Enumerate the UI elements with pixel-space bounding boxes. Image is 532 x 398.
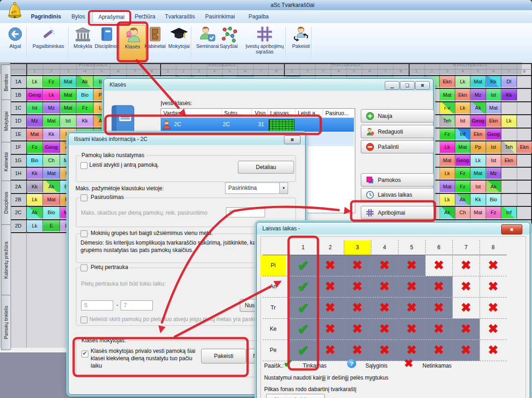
column-header-laisvas[interactable]: Laisvas... [268,109,295,118]
neleisti-checkbox[interactable] [81,316,87,323]
cross-icon[interactable]: ✖ [317,318,344,339]
lesson-cell-ch[interactable]: Ch [456,207,471,218]
cross-icon[interactable]: ✖ [371,339,398,361]
lesson-cell-mz[interactable]: Mz [486,168,502,179]
lesson-cell-bio[interactable]: Bio [77,89,93,100]
close-icon[interactable]: ✖ [284,135,301,144]
cross-icon[interactable]: ✖ [425,297,452,318]
cross-icon[interactable]: ✖ [425,339,452,361]
sidebar-tab-disciplinos[interactable]: Disciplinos [1,181,11,225]
lesson-cell-teh[interactable]: Teh [502,141,517,152]
check-icon[interactable]: ✔ [289,255,317,276]
column-header-vardas[interactable]: Vardas [161,109,222,118]
column-header-sutru[interactable]: Sutru... [222,109,252,118]
lesson-cell-ch[interactable]: Ch [43,155,59,166]
lesson-cell-lk[interactable]: Lk [27,194,43,205]
lesson-cell-kk[interactable]: Kk [502,89,517,100]
button-laisvas-laikas[interactable]: Laisvas laikas [361,188,434,201]
sidebar-tab-mokytojai[interactable]: Mokytojai [1,100,11,143]
lesson-cell-mat[interactable]: Mat [486,102,502,113]
cross-icon[interactable]: ✖ [317,339,344,361]
cross-icon[interactable]: ✖ [371,318,398,339]
pakeisti-button[interactable]: Pakeisti [201,349,246,363]
lesson-cell-mz[interactable]: Mz [43,102,59,113]
button-apribojimai[interactable]: Apribojimai [361,206,434,219]
lesson-cell-ak[interactable]: Ak [471,102,486,113]
menu-tab-tvarkaraštis[interactable]: Tvarkaraštis [161,12,199,22]
issami-dialog-titlebar[interactable]: Išsami klasės informacija - 2C [69,133,305,145]
check-icon[interactable]: ✔ [289,297,317,318]
grid-row-label-an[interactable]: An [260,276,286,297]
lesson-cell-mat[interactable]: Mat [60,102,76,113]
toolbar-button-disciplinos[interactable]: Disciplinos [92,25,121,60]
lesson-cell-ist[interactable]: Ist [60,115,76,126]
klases-dialog-titlebar[interactable]: Klasės [104,79,433,91]
grid-col-header-7[interactable]: 7 [452,240,480,255]
column-header-leistia[interactable]: Leisti a... [295,109,323,118]
lesson-cell-lk[interactable]: Lk [440,141,455,152]
lesson-cell-ist[interactable]: Ist [486,89,502,100]
lesson-cell-e[interactable]: E [43,220,59,231]
lesson-cell-ekn[interactable]: Ekn [471,129,486,140]
cross-icon[interactable]: ✖ [398,255,425,276]
check-icon[interactable]: ✔ [289,339,317,361]
lesson-cell-ekn[interactable]: Ekn [517,141,532,152]
lesson-cell-lk[interactable]: Lk [456,76,471,87]
grid-row-label-tr[interactable]: Tr [260,297,286,318]
cross-icon[interactable]: ✖ [452,255,480,276]
cross-icon[interactable]: ✖ [344,297,371,318]
lesson-cell-kk[interactable]: Kk [77,115,93,126]
title-bar[interactable]: aSc Tvarkaraščiai [0,0,532,10]
cross-icon[interactable]: ✖ [344,276,371,297]
grid-row-label-pe[interactable]: Pe [260,339,286,361]
lesson-cell-lk[interactable]: Lk [471,155,486,166]
lesson-cell-teh[interactable]: Teh [440,115,455,126]
lesson-cell-geog[interactable]: Geog [471,115,486,126]
cross-icon[interactable]: ✖ [480,276,507,297]
grid-col-header-3[interactable]: 3 [344,240,371,255]
cross-icon[interactable]: ✖ [480,339,507,361]
column-header-pasiruo[interactable]: Pasiruo... [323,109,355,118]
sidebar-tab-kabinet-prie-i-ra[interactable]: Kabinetų priežiūra [1,224,11,296]
grid-col-header-5[interactable]: 5 [398,240,425,255]
cross-icon[interactable]: ✖ [344,339,371,361]
lesson-cell-bio[interactable]: Bio [27,155,43,166]
grid-col-header-4[interactable]: 4 [371,240,398,255]
lesson-cell-lk[interactable]: Lk [440,194,455,205]
column-header-viso[interactable]: Viso [252,109,268,118]
lesson-cell-ist[interactable]: Ist [486,141,502,152]
grid-col-header-8[interactable]: 8 [480,240,507,255]
cross-icon[interactable]: ✖ [317,255,344,276]
toolbar-button-atgal[interactable]: Atgal [4,25,27,60]
lesson-cell-ekn[interactable]: Ekn [502,155,517,166]
lesson-cell-r-v[interactable]: r-v [440,102,455,113]
lesson-cell-fz[interactable]: Fz [456,168,471,179]
menu-tab-peržiūra[interactable]: Peržiūra [132,12,158,22]
lesson-cell-lk[interactable]: Lk [456,102,471,113]
lesson-cell-ekn[interactable]: Ekn [486,115,502,126]
lesson-cell-mat[interactable]: Mat [440,181,455,192]
lesson-cell-kk[interactable]: Kk [471,194,486,205]
grid-col-header-6[interactable]: 6 [425,240,452,255]
minimize-button[interactable]: ▁ [385,81,399,90]
toolbar-button-mokytojai[interactable]: Mokytojai [164,25,194,60]
lesson-cell-mat[interactable]: Mat [60,89,76,100]
lesson-cell-fz[interactable]: Fz [27,141,43,152]
cross-icon[interactable]: ✖ [452,297,480,318]
lesson-cell-lk[interactable]: Lk [43,89,59,100]
grid-col-header-1[interactable]: 1 [289,240,317,255]
lesson-cell-ist[interactable]: Ist [486,155,502,166]
pietu-to-field[interactable]: 7 [121,300,153,310]
leisti-atvykti-checkbox[interactable] [81,162,87,169]
lesson-cell-lk[interactable]: Lk [27,220,43,231]
check-icon[interactable]: ✔ [289,318,317,339]
lesson-cell-mat[interactable]: Mat [43,194,59,205]
detaliau-button[interactable]: Detaliau [238,161,294,174]
cross-icon[interactable]: ✖ [371,255,398,276]
cross-icon[interactable]: ✖ [425,276,452,297]
nustatyti-visiems-button[interactable]: Nustatyti visiems [266,394,325,398]
lesson-cell-rk[interactable]: Rk [486,76,502,87]
lesson-cell-lk[interactable]: Lk [440,168,455,179]
lesson-cell-fz[interactable]: Fz [486,207,502,218]
menu-tab-pagrindinis[interactable]: Pagrindinis [28,12,64,22]
